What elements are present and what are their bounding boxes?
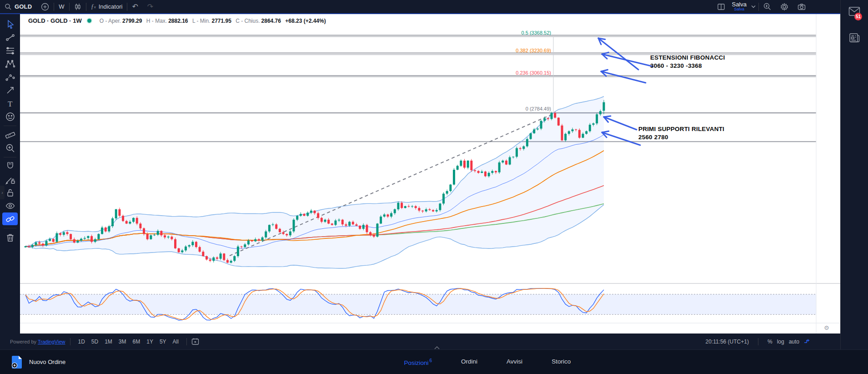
magnet-tool-button[interactable]: [2, 160, 18, 172]
high-value: 2882.16: [168, 18, 188, 24]
range-button-5d[interactable]: 5D: [89, 337, 101, 346]
chart-legend[interactable]: GOLD · GOLD · 1W O - Aper.2799.29 H - Ma…: [28, 17, 326, 24]
cursor-tool-button[interactable]: [2, 18, 18, 30]
low-label: L - Min.: [192, 18, 211, 24]
legend-symbol-title: GOLD · GOLD · 1W: [28, 17, 82, 24]
layout-grid-icon: [717, 3, 725, 11]
range-button-1y[interactable]: 1Y: [144, 337, 156, 346]
powered-by: Powered by TradingView: [10, 339, 65, 344]
trendline-tool-button[interactable]: [2, 31, 18, 44]
date-range-buttons: 1D5D1M3M6M1Y5YAll: [75, 337, 182, 346]
drawing-toolbar: T: [0, 14, 20, 334]
bottom-toolbar: Powered by TradingView 1D5D1M3M6M1Y5YAll…: [0, 334, 840, 349]
emoji-tool-button[interactable]: [2, 110, 18, 123]
screenshot-button[interactable]: [793, 0, 810, 13]
sync-drawings-icon: [5, 213, 16, 225]
hide-drawings-icon: [5, 200, 16, 212]
positions-count: 6: [430, 358, 432, 363]
chevron-down-icon: [751, 5, 756, 8]
tab-ordini[interactable]: Ordini: [461, 358, 477, 366]
ruler-tool-button[interactable]: [2, 128, 18, 141]
range-button-6m[interactable]: 6M: [130, 337, 143, 346]
redo-icon: ↷: [147, 2, 153, 11]
adjust-scale-icon[interactable]: [804, 339, 810, 345]
tab-posizioni[interactable]: Posizioni6: [404, 358, 432, 366]
supports-annotation[interactable]: PRIMI SUPPORTI RILEVANTI 2560 2780: [638, 125, 724, 142]
range-button-5y[interactable]: 5Y: [157, 337, 169, 346]
log-scale-button[interactable]: log: [777, 339, 784, 345]
magnet-icon: [5, 161, 16, 172]
watchlist-expander[interactable]: ›: [0, 186, 5, 199]
interval-button[interactable]: W: [54, 0, 69, 13]
undo-icon: ↶: [132, 2, 138, 11]
range-button-1m[interactable]: 1M: [102, 337, 115, 346]
range-button-all[interactable]: All: [170, 337, 181, 346]
save-menu-button[interactable]: [748, 0, 758, 13]
zoom-in-tool-button[interactable]: [2, 142, 18, 154]
text-tool-icon: T: [5, 98, 16, 109]
plus-circle-icon: [41, 3, 49, 11]
lock-all-icon: [5, 187, 16, 198]
tradingview-link[interactable]: TradingView: [38, 339, 65, 344]
tab-storico[interactable]: Storico: [552, 358, 571, 366]
change-value: +68.23 (+2.44%): [285, 18, 326, 24]
fib-level-label: 0 (2784.49): [526, 106, 551, 111]
text-tool-tool-button[interactable]: T: [2, 97, 18, 110]
journal-icon: [849, 33, 860, 43]
hide-drawings-tool-button[interactable]: [2, 199, 18, 212]
indicators-button[interactable]: ƒx Indicatori: [86, 0, 127, 13]
lock-all-tool-button[interactable]: [2, 186, 18, 199]
save-button[interactable]: Salva Salva: [730, 2, 748, 12]
arrow-marker-tool-button[interactable]: [2, 84, 18, 96]
new-order-button[interactable]: Nuovo Ordine: [11, 355, 65, 369]
news-button[interactable]: [849, 33, 860, 45]
sync-drawings-tool-button[interactable]: [2, 212, 18, 225]
arrow-marker-icon: [5, 85, 16, 96]
tab-avvisi[interactable]: Avvisi: [507, 358, 522, 366]
fx-icon: ƒx: [91, 3, 96, 10]
trendline-icon: [5, 32, 16, 43]
auto-scale-button[interactable]: auto: [789, 339, 799, 345]
go-to-date-icon[interactable]: [191, 338, 199, 345]
fibonacci-annotation[interactable]: ESTENSIONI FIBONACCI 3060 - 3230 -3368: [650, 54, 725, 70]
clock-label[interactable]: 20:11:56 (UTC+1): [705, 339, 749, 345]
trading-platform: GOLD W ƒx Indicatori: [0, 0, 868, 374]
forecast-tool-button[interactable]: [2, 71, 18, 83]
fib-level-label: 0.382 (3230.69): [516, 48, 551, 53]
settings-button[interactable]: [776, 0, 793, 13]
trading-tabs: Posizioni6OrdiniAvvisiStorico: [404, 358, 571, 366]
search-icon: [5, 3, 12, 10]
quick-search-button[interactable]: [759, 0, 776, 13]
xabcd-pattern-tool-button[interactable]: [2, 57, 18, 70]
percent-scale-button[interactable]: %: [768, 339, 773, 345]
panel-collapse-chevron[interactable]: [432, 345, 442, 350]
redo-button[interactable]: ↷: [143, 0, 158, 13]
ruler-icon: [5, 129, 16, 141]
toolbar-divider: [4, 228, 16, 228]
compare-add-button[interactable]: [36, 0, 54, 13]
fib-retracement-icon: [5, 45, 16, 56]
remove-drawings-icon: [5, 232, 16, 243]
drawing-lock-icon: [5, 174, 16, 185]
fib-retracement-tool-button[interactable]: [2, 44, 18, 57]
symbol-search-button[interactable]: GOLD: [0, 0, 36, 13]
cursor-icon: [5, 19, 16, 30]
svg-text:T: T: [8, 100, 13, 108]
emoji-icon: [5, 111, 16, 122]
save-status: Salva: [734, 7, 744, 12]
undo-button[interactable]: ↶: [127, 0, 142, 13]
axis-settings-icon[interactable]: ⚙: [824, 324, 829, 331]
toolbar-divider: [4, 126, 16, 126]
remove-drawings-tool-button[interactable]: [2, 231, 18, 243]
toolbar-divider: [4, 157, 16, 157]
symbol-name: GOLD: [15, 3, 32, 10]
close-label: C - Chius.: [236, 18, 260, 24]
layout-button[interactable]: [712, 0, 730, 13]
save-label: Salva: [732, 2, 747, 7]
range-button-1d[interactable]: 1D: [75, 337, 88, 346]
drawing-lock-tool-button[interactable]: [2, 173, 18, 186]
top-toolbar: GOLD W ƒx Indicatori: [0, 0, 840, 14]
new-order-label: Nuovo Ordine: [29, 359, 65, 365]
chart-style-button[interactable]: [70, 0, 86, 13]
range-button-3m[interactable]: 3M: [116, 337, 129, 346]
